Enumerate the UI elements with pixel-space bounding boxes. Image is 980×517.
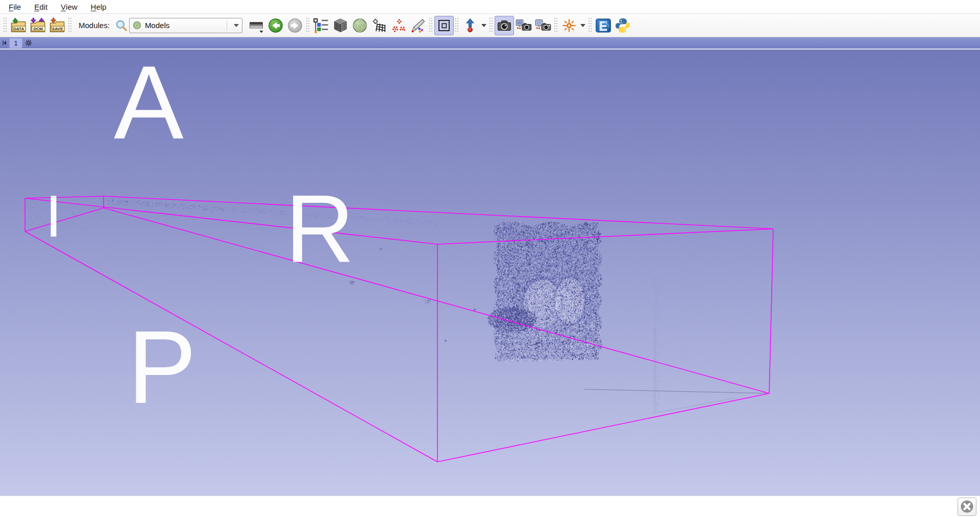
module-sphere-icon	[133, 21, 141, 30]
open-dicom-button[interactable]: DCM	[28, 16, 47, 35]
chevron-left-icon	[3, 40, 7, 45]
chevron-down-icon	[234, 24, 239, 27]
clipping-plane-button[interactable]	[370, 16, 389, 35]
menubar: File Edit View Help	[0, 0, 980, 14]
module-selector[interactable]: Models	[129, 18, 242, 33]
menu-view[interactable]: View	[54, 0, 84, 13]
main-toolbar: DATA DCM SAVE Modules:	[0, 14, 980, 37]
toolbar-handle[interactable]	[4, 18, 7, 33]
python-icon	[615, 17, 631, 34]
crosshair-button[interactable]	[559, 16, 579, 35]
combo-separator	[227, 20, 227, 31]
toolbar-handle[interactable]	[455, 18, 459, 33]
segmentation-pen-icon	[410, 18, 426, 33]
application-window: File Edit View Help DATA DCM	[0, 0, 980, 517]
bounding-box-crop-icon	[436, 18, 452, 33]
toolbar-handle[interactable]	[489, 18, 493, 33]
open-dicom-folder-icon: DCM	[30, 17, 46, 34]
open-data-button[interactable]: DATA	[9, 16, 28, 35]
screenshot-camera-icon	[497, 18, 512, 33]
point-set-button[interactable]	[389, 16, 408, 35]
crosshair-icon	[561, 18, 577, 33]
tab-label: 1	[14, 39, 17, 47]
segmentation-pen-button[interactable]	[408, 16, 428, 35]
menu-help[interactable]: Help	[84, 0, 113, 13]
chevron-down-icon	[481, 24, 487, 28]
view-navigator-icon	[595, 17, 611, 34]
toolbar-handle[interactable]	[554, 18, 558, 33]
save-button[interactable]: SAVE	[47, 16, 67, 35]
module-selector-value: Models	[145, 21, 223, 30]
toolbar-handle[interactable]	[589, 18, 592, 33]
svg-text:SAVE: SAVE	[52, 26, 63, 31]
level-window-icon	[249, 18, 264, 33]
screenshot-3d-view-icon	[516, 17, 532, 34]
undo-button[interactable]	[266, 16, 285, 35]
python-console-button[interactable]	[613, 16, 632, 35]
module-search-button[interactable]	[114, 16, 129, 35]
movie-3d-button[interactable]	[533, 16, 553, 35]
screenshot-button[interactable]	[495, 16, 514, 35]
menu-edit[interactable]: Edit	[28, 0, 54, 13]
screenshot-3d-button[interactable]	[514, 16, 533, 35]
clipping-plane-icon	[372, 18, 387, 33]
level-window-button[interactable]	[247, 16, 266, 35]
save-folder-icon: SAVE	[49, 17, 65, 34]
toolbar-handle[interactable]	[68, 18, 72, 33]
data-manager-tree-icon	[313, 18, 329, 33]
redo-icon	[287, 18, 303, 33]
modules-label: Modules:	[79, 21, 110, 30]
bounding-box-toggle-button[interactable]	[434, 16, 454, 35]
chevron-down-icon	[580, 24, 586, 28]
statusbar	[0, 496, 980, 517]
point-cloud-canvas	[0, 50, 980, 496]
menu-file[interactable]: File	[2, 0, 28, 13]
surface-sphere-button[interactable]	[350, 16, 370, 35]
renderwindow-tabbar: 1	[0, 37, 980, 49]
close-view-button[interactable]	[958, 498, 976, 516]
close-icon	[960, 500, 974, 513]
svg-text:DATA: DATA	[13, 26, 24, 31]
toolbar-handle[interactable]	[429, 18, 433, 33]
input-upload-icon	[462, 18, 478, 33]
open-data-folder-icon: DATA	[10, 17, 27, 34]
movie-3d-view-icon	[535, 17, 551, 34]
redo-button[interactable]	[285, 16, 305, 35]
image-cube-icon	[333, 18, 348, 33]
render-viewport-3d[interactable]: AIRP	[0, 49, 980, 496]
surface-sphere-icon	[352, 18, 368, 33]
renderwindow-tab-1[interactable]: 1	[9, 38, 22, 48]
toolbar-handle[interactable]	[306, 18, 310, 33]
data-manager-button[interactable]	[311, 16, 331, 35]
image-cube-button[interactable]	[331, 16, 350, 35]
input-upload-button[interactable]	[460, 16, 480, 35]
renderwindow-settings-button[interactable]	[23, 38, 34, 48]
undo-icon	[268, 18, 283, 33]
svg-text:DCM: DCM	[33, 26, 43, 31]
crosshair-dropdown[interactable]	[579, 16, 587, 35]
point-set-icon	[391, 18, 406, 33]
view-navigator-button[interactable]	[594, 16, 613, 35]
input-upload-dropdown[interactable]	[480, 16, 488, 35]
gear-icon	[25, 39, 32, 46]
tab-scroll-left-button[interactable]	[1, 38, 8, 48]
search-icon	[115, 19, 128, 32]
